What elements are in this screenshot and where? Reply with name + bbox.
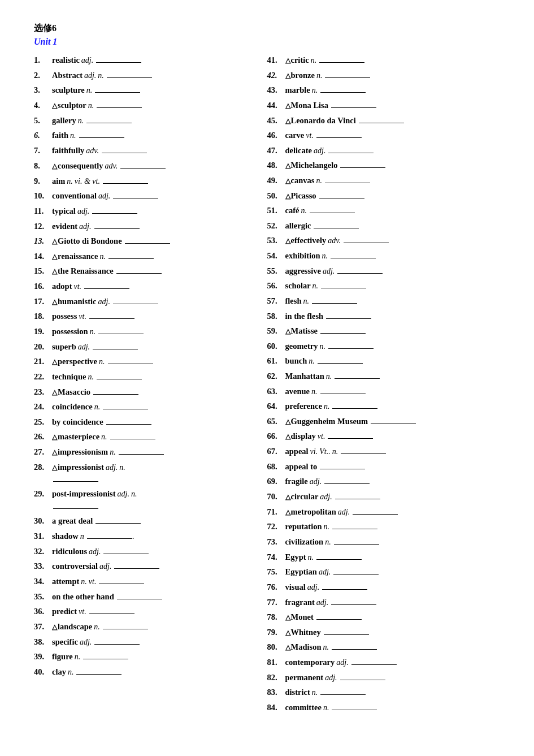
entry-blank[interactable] bbox=[333, 574, 379, 574]
entry-number: 77. bbox=[267, 596, 285, 608]
entry-blank[interactable] bbox=[103, 629, 148, 629]
list-item: 61.bunchn. bbox=[267, 355, 501, 368]
entry-blank[interactable] bbox=[113, 304, 158, 304]
entry-blank[interactable] bbox=[95, 523, 141, 524]
entry-blank[interactable] bbox=[94, 644, 140, 645]
list-item: 53.△effectivelyadv. bbox=[267, 234, 501, 247]
entry-blank[interactable] bbox=[332, 408, 377, 409]
entry-blank-sub[interactable] bbox=[53, 508, 98, 509]
entry-blank[interactable] bbox=[340, 167, 385, 168]
page-container: 选修6 Unit 1 1.realisticadj.2.Abstractadj.… bbox=[34, 23, 500, 716]
entry-blank[interactable] bbox=[341, 453, 386, 454]
entry-blank[interactable] bbox=[312, 303, 357, 304]
entry-blank[interactable] bbox=[319, 62, 364, 63]
entry-blank[interactable] bbox=[371, 424, 416, 424]
entry-blank[interactable] bbox=[99, 584, 144, 584]
entry-blank[interactable] bbox=[114, 568, 159, 569]
entry-blank[interactable] bbox=[89, 614, 134, 614]
header-unit: Unit 1 bbox=[34, 37, 500, 47]
entry-blank[interactable] bbox=[316, 559, 362, 560]
entry-blank[interactable] bbox=[325, 77, 370, 78]
entry-content: preferencen. bbox=[285, 400, 501, 413]
entry-blank[interactable] bbox=[331, 258, 376, 258]
entry-blank[interactable] bbox=[97, 379, 142, 379]
entry-blank[interactable] bbox=[113, 198, 158, 198]
entry-blank[interactable] bbox=[319, 198, 364, 198]
entry-blank[interactable] bbox=[316, 137, 362, 138]
entry-blank[interactable] bbox=[106, 424, 151, 425]
entry-blank[interactable] bbox=[108, 258, 154, 259]
entry-blank[interactable] bbox=[86, 123, 132, 123]
entry-blank[interactable] bbox=[98, 334, 144, 334]
entry-blank[interactable] bbox=[92, 213, 137, 214]
entry-blank[interactable] bbox=[335, 378, 380, 379]
entry-blank[interactable] bbox=[89, 318, 134, 319]
entry-blank[interactable] bbox=[107, 77, 152, 78]
entry-blank[interactable] bbox=[120, 168, 166, 169]
entry-blank[interactable] bbox=[331, 107, 376, 108]
entry-blank[interactable] bbox=[334, 544, 379, 545]
entry-blank[interactable] bbox=[340, 680, 385, 680]
entry-blank[interactable] bbox=[351, 664, 397, 665]
entry-blank[interactable] bbox=[325, 183, 370, 183]
entry-content: △Masaccio bbox=[52, 386, 256, 398]
entry-blank[interactable] bbox=[84, 288, 129, 289]
entry-blank[interactable] bbox=[94, 228, 140, 229]
entry-blank[interactable] bbox=[76, 674, 121, 675]
entry-blank[interactable] bbox=[320, 394, 366, 394]
entry-blank[interactable] bbox=[96, 62, 141, 63]
entry-blank[interactable] bbox=[320, 333, 366, 334]
entry-blank[interactable] bbox=[320, 92, 366, 93]
entry-word: bronze bbox=[291, 69, 315, 81]
entry-word: Guggenheim Museum bbox=[291, 415, 368, 427]
entry-blank[interactable] bbox=[353, 514, 398, 515]
entry-blank[interactable] bbox=[328, 438, 373, 439]
entry-blank[interactable] bbox=[320, 469, 365, 469]
entry-blank[interactable] bbox=[332, 529, 377, 529]
entry-blank[interactable] bbox=[359, 123, 404, 123]
entry-blank[interactable] bbox=[326, 318, 371, 319]
entry-blank[interactable] bbox=[316, 619, 362, 620]
entry-blank[interactable] bbox=[79, 137, 124, 138]
list-item: 67.appealvi.Vt..n. bbox=[267, 445, 501, 458]
entry-blank[interactable] bbox=[337, 273, 383, 274]
list-item: 28.△impressionistadj.n. bbox=[34, 461, 256, 474]
entry-blank[interactable] bbox=[125, 243, 170, 244]
list-item: 31.shadown. bbox=[34, 530, 256, 543]
entry-blank[interactable] bbox=[324, 483, 370, 484]
list-item: 15.△the Renaissance bbox=[34, 265, 256, 277]
entry-blank[interactable] bbox=[328, 153, 374, 153]
entry-blank[interactable] bbox=[93, 394, 138, 395]
entry-blank[interactable] bbox=[328, 348, 374, 349]
entry-blank[interactable] bbox=[314, 228, 359, 228]
entry-blank[interactable] bbox=[93, 349, 138, 349]
entry-blank[interactable] bbox=[110, 439, 155, 439]
entry-blank[interactable] bbox=[322, 589, 367, 590]
entry-blank[interactable] bbox=[321, 288, 366, 288]
entry-blank[interactable] bbox=[95, 92, 140, 93]
entry-blank[interactable] bbox=[116, 273, 162, 274]
entry-blank[interactable] bbox=[318, 363, 363, 364]
entry-blank[interactable] bbox=[310, 213, 355, 213]
entry-pos: vt. bbox=[79, 310, 86, 323]
entry-blank[interactable] bbox=[335, 499, 380, 499]
entry-blank[interactable] bbox=[108, 364, 153, 364]
entry-blank[interactable] bbox=[97, 107, 142, 108]
entry-blank[interactable] bbox=[119, 454, 164, 455]
entry-blank[interactable] bbox=[320, 694, 366, 695]
entry-blank-sub[interactable] bbox=[53, 481, 98, 482]
entry-blank[interactable] bbox=[332, 649, 377, 650]
entry-blank[interactable] bbox=[83, 659, 128, 659]
entry-blank[interactable] bbox=[102, 153, 147, 153]
entry-word: geometry bbox=[285, 340, 318, 352]
entry-blank[interactable] bbox=[332, 710, 377, 710]
entry-blank[interactable] bbox=[103, 183, 148, 184]
entry-blank[interactable] bbox=[344, 243, 389, 243]
entry-blank[interactable] bbox=[331, 604, 376, 605]
entry-blank[interactable] bbox=[103, 554, 149, 554]
entry-number: 44. bbox=[267, 99, 285, 111]
entry-blank[interactable] bbox=[117, 599, 162, 599]
entry-blank[interactable] bbox=[324, 634, 369, 635]
entry-blank[interactable] bbox=[87, 538, 132, 539]
entry-blank[interactable] bbox=[103, 409, 148, 409]
